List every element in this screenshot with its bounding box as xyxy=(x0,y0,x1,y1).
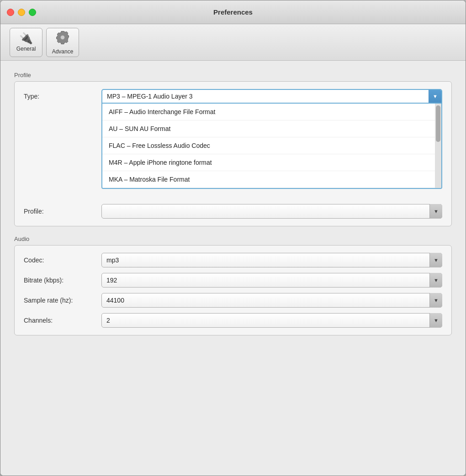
profile-row: Profile: ▼ xyxy=(24,204,442,219)
svg-point-0 xyxy=(61,35,65,39)
codec-label: Codec: xyxy=(24,256,101,264)
chevron-down-icon: ▼ xyxy=(433,94,438,99)
main-content: Profile Type: MP3 – MPEG-1 Audio Layer 3… xyxy=(0,61,466,476)
toolbar: 🔌 General Advance xyxy=(0,24,466,61)
advance-label: Advance xyxy=(52,48,74,55)
profile-group: Type: MP3 – MPEG-1 Audio Layer 3 ▼ AIFF … xyxy=(14,81,452,226)
dropdown-item-au[interactable]: AU – SUN AU Format xyxy=(102,120,435,137)
channels-select[interactable]: 2 xyxy=(101,313,442,328)
bitrate-label: Bitrate (kbps): xyxy=(24,277,101,284)
profile-section-label: Profile xyxy=(14,72,452,78)
profile-label: Profile: xyxy=(24,208,101,215)
channels-select-wrapper: 2 ▼ xyxy=(101,313,442,328)
general-icon: 🔌 xyxy=(19,33,33,44)
window-title: Preferences xyxy=(213,8,253,16)
sample-rate-select[interactable]: 44100 xyxy=(101,293,442,308)
type-dropdown-list[interactable]: AIFF – Audio Interchange File Format AU … xyxy=(101,104,442,189)
profile-select-wrapper: ▼ xyxy=(101,204,442,219)
type-dropdown-arrow: ▼ xyxy=(429,90,441,103)
scroll-thumb xyxy=(436,105,440,142)
title-bar: Preferences xyxy=(0,0,466,24)
sample-rate-select-wrapper: 44100 ▼ xyxy=(101,293,442,308)
bitrate-select[interactable]: 192 xyxy=(101,273,442,288)
sample-rate-label: Sample rate (hz): xyxy=(24,297,101,304)
dropdown-item-aiff[interactable]: AIFF – Audio Interchange File Format xyxy=(102,104,435,120)
window-controls xyxy=(7,9,36,16)
profile-select[interactable] xyxy=(101,204,442,219)
advance-icon xyxy=(55,30,70,47)
advance-tab[interactable]: Advance xyxy=(46,28,79,57)
minimize-button[interactable] xyxy=(18,9,25,16)
preferences-window: Preferences 🔌 General Advance Profile Ty… xyxy=(0,0,466,476)
dropdown-item-m4r[interactable]: M4R – Apple iPhone ringtone format xyxy=(102,154,435,171)
bitrate-row: Bitrate (kbps): 192 ▼ xyxy=(24,273,442,288)
type-selected-value: MP3 – MPEG-1 Audio Layer 3 xyxy=(107,93,193,100)
audio-group: Codec: mp3 ▼ Bitrate (kbps): 192 xyxy=(14,245,452,335)
audio-section-label: Audio xyxy=(14,235,452,242)
codec-row: Codec: mp3 ▼ xyxy=(24,253,442,267)
general-tab[interactable]: 🔌 General xyxy=(10,28,42,57)
codec-select[interactable]: mp3 xyxy=(101,253,442,267)
type-label: Type: xyxy=(24,93,101,100)
bitrate-select-wrapper: 192 ▼ xyxy=(101,273,442,288)
channels-label: Channels: xyxy=(24,317,101,324)
sample-rate-row: Sample rate (hz): 44100 ▼ xyxy=(24,293,442,308)
type-row: Type: MP3 – MPEG-1 Audio Layer 3 ▼ AIFF … xyxy=(24,89,442,104)
close-button[interactable] xyxy=(7,9,14,16)
type-select-display[interactable]: MP3 – MPEG-1 Audio Layer 3 ▼ xyxy=(101,89,442,104)
dropdown-item-flac[interactable]: FLAC – Free Lossless Audio Codec xyxy=(102,137,435,154)
dropdown-scrollbar[interactable] xyxy=(435,104,441,188)
codec-select-wrapper: mp3 ▼ xyxy=(101,253,442,267)
dropdown-item-mka[interactable]: MKA – Matroska File Format xyxy=(102,171,435,188)
general-label: General xyxy=(16,46,36,52)
channels-row: Channels: 2 ▼ xyxy=(24,313,442,328)
type-select-wrapper: MP3 – MPEG-1 Audio Layer 3 ▼ AIFF – Audi… xyxy=(101,89,442,104)
maximize-button[interactable] xyxy=(29,9,36,16)
